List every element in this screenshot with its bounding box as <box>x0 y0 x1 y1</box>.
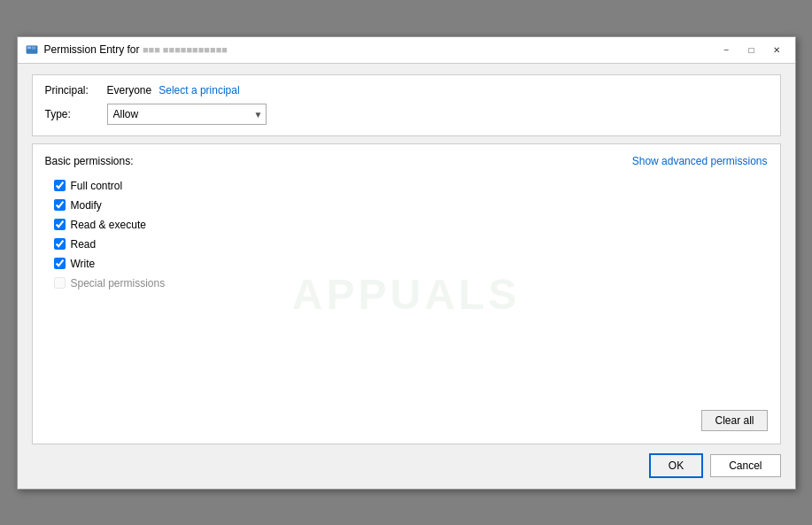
svg-rect-1 <box>27 47 30 50</box>
perm-write-checkbox[interactable] <box>54 258 66 269</box>
perm-modify-checkbox[interactable] <box>54 199 66 211</box>
dialog-body: Principal: Everyone Select a principal T… <box>18 64 795 444</box>
perm-read-execute-label[interactable]: Read & execute <box>71 219 146 231</box>
svg-rect-3 <box>32 48 35 49</box>
select-principal-link[interactable]: Select a principal <box>159 84 239 97</box>
cancel-button[interactable]: Cancel <box>710 454 780 477</box>
close-button[interactable]: ✕ <box>765 41 788 58</box>
show-advanced-link[interactable]: Show advanced permissions <box>632 155 768 167</box>
perm-read-checkbox[interactable] <box>54 238 66 250</box>
permissions-list: Full control Modify Read & execute Read <box>54 180 768 290</box>
top-section: Principal: Everyone Select a principal T… <box>32 74 781 136</box>
title-bar: Permission Entry for ■■■ ■■■■■■■■■■■ − □… <box>18 37 795 64</box>
ok-button[interactable]: OK <box>649 453 703 478</box>
perm-modify-label[interactable]: Modify <box>71 199 102 212</box>
perm-write-label[interactable]: Write <box>71 258 96 270</box>
perm-write-item: Write <box>54 258 768 270</box>
perm-read-execute-item: Read & execute <box>54 219 768 231</box>
type-select-wrapper: Allow Deny ▼ <box>107 104 267 125</box>
dialog-footer: OK Cancel <box>18 444 795 489</box>
perm-read-label[interactable]: Read <box>71 238 97 251</box>
principal-value: Everyone <box>107 84 152 97</box>
perm-full-control-item: Full control <box>54 180 768 192</box>
perm-full-control-checkbox[interactable] <box>54 180 66 191</box>
maximize-button[interactable]: □ <box>740 41 763 58</box>
permissions-section: APPUALS Basic permissions: Show advanced… <box>32 143 781 444</box>
clear-all-button[interactable]: Clear all <box>701 410 767 431</box>
dialog-icon <box>25 42 39 57</box>
svg-rect-2 <box>32 47 35 48</box>
perm-modify-item: Modify <box>54 199 768 212</box>
title-bar-text: Permission Entry for ■■■ ■■■■■■■■■■■ <box>44 43 715 56</box>
perm-read-item: Read <box>54 238 768 251</box>
title-bar-controls: − □ ✕ <box>715 41 788 58</box>
perm-special-label[interactable]: Special permissions <box>71 277 166 290</box>
perm-read-execute-checkbox[interactable] <box>54 219 66 230</box>
type-select[interactable]: Allow Deny <box>107 104 267 125</box>
permission-entry-dialog: Permission Entry for ■■■ ■■■■■■■■■■■ − □… <box>17 36 796 490</box>
principal-label: Principal: <box>45 84 107 97</box>
permissions-header: Basic permissions: Show advanced permiss… <box>45 155 768 167</box>
type-row: Type: Allow Deny ▼ <box>45 104 768 125</box>
perm-full-control-label[interactable]: Full control <box>71 180 123 192</box>
minimize-button[interactable]: − <box>715 41 739 58</box>
type-label: Type: <box>45 108 107 120</box>
perm-special-checkbox[interactable] <box>54 277 66 289</box>
principal-row: Principal: Everyone Select a principal <box>45 84 768 97</box>
permissions-section-label: Basic permissions: <box>45 155 134 167</box>
perm-special-item: Special permissions <box>54 277 768 290</box>
